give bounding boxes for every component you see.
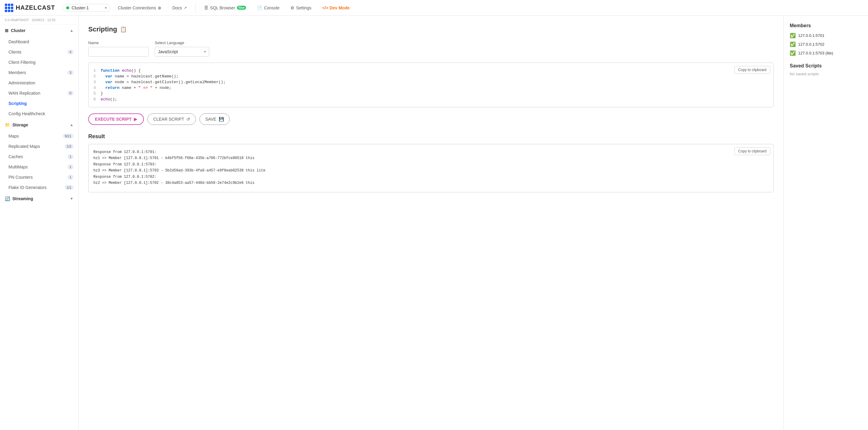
scripting-label: Scripting — [8, 101, 27, 106]
result-text: Response from 127.0.0.1:5701: hz1 => Mem… — [93, 149, 769, 186]
console-link[interactable]: 📄 Console — [253, 4, 283, 12]
code-line-4: 4 return name + " => " + node; — [89, 85, 773, 91]
docs-label: Docs — [172, 5, 182, 10]
config-healthcheck-label: Config Healthcheck — [8, 111, 45, 116]
docs-link[interactable]: Docs ↗ — [168, 4, 190, 12]
console-label: Console — [264, 5, 279, 10]
multimaps-badge: 1 — [67, 165, 73, 169]
caches-badge: 1 — [67, 154, 73, 159]
cluster-section-header[interactable]: ⊞ Cluster ▲ — [0, 25, 78, 36]
logo: HAZELCAST — [5, 4, 55, 12]
copy-code-button[interactable]: Copy to clipboard — [735, 66, 770, 74]
code-line-5: 5 } — [89, 91, 773, 96]
logo-grid-icon — [5, 4, 13, 12]
sql-browser-label: SQL Browser — [210, 5, 235, 10]
language-chevron-icon: ▾ — [204, 50, 206, 54]
storage-collapse-icon: ▲ — [70, 123, 73, 127]
code-line-2: 2 var name = hazelcast.getName(); — [89, 74, 773, 79]
settings-label: Settings — [296, 5, 312, 10]
main-layout: 5.0-SNAPSHOT · 10/09/21 · 12:52 ⊞ Cluste… — [0, 16, 868, 430]
cluster-status-dot — [66, 6, 69, 9]
code-editor[interactable]: Copy to clipboard 1 function echo() { 2 … — [88, 63, 774, 107]
member-item-3: ✅ 127.0.0.1:5703 (lite) — [790, 50, 862, 56]
dev-mode-link[interactable]: </> Dev Mode — [318, 4, 353, 12]
sidebar-item-scripting[interactable]: Scripting — [0, 98, 78, 109]
result-box: Copy to clipboard Response from 127.0.0.… — [88, 144, 774, 192]
sidebar-item-dashboard[interactable]: Dashboard — [0, 36, 78, 47]
language-select[interactable]: JavaScript ▾ — [155, 47, 209, 57]
sidebar-item-administration[interactable]: Administration — [0, 78, 78, 88]
version-info: 5.0-SNAPSHOT · 10/09/21 · 12:52 — [0, 16, 78, 25]
code-lines: 1 function echo() { 2 var name = hazelca… — [89, 63, 773, 107]
copy-result-button[interactable]: Copy to clipboard — [735, 147, 770, 155]
member-check-icon-1: ✅ — [790, 33, 796, 38]
streaming-section-icon: 🔄 — [5, 196, 10, 201]
page-title-text: Scripting — [88, 25, 117, 33]
saved-scripts-title: Saved Scripts — [790, 63, 862, 69]
action-buttons: EXECUTE SCRIPT ▶ CLEAR SCRIPT ↺ SAVE 💾 — [88, 113, 774, 125]
sidebar: 5.0-SNAPSHOT · 10/09/21 · 12:52 ⊞ Cluste… — [0, 16, 79, 430]
sidebar-item-multimaps[interactable]: MultiMaps 1 — [0, 162, 78, 172]
cluster-section-icon: ⊞ — [5, 28, 8, 33]
clear-script-button[interactable]: CLEAR SCRIPT ↺ — [148, 113, 196, 125]
select-language-label: Select Language — [155, 40, 209, 45]
cluster-connections-link[interactable]: Cluster Connections ⊕ — [114, 4, 165, 12]
execute-label: EXECUTE SCRIPT — [95, 117, 131, 121]
cluster-name: Cluster-1 — [72, 5, 102, 10]
save-button[interactable]: SAVE 💾 — [199, 113, 229, 125]
sidebar-item-clients[interactable]: Clients 4 — [0, 47, 78, 57]
replicated-maps-label: Replicated Maps — [8, 144, 40, 149]
cluster-selector[interactable]: Cluster-1 ▾ — [62, 4, 111, 12]
pn-counters-badge: 1 — [67, 175, 73, 180]
page-header: Scripting 📋 — [88, 25, 774, 33]
sidebar-item-wan-replication[interactable]: WAN Replication 0 — [0, 88, 78, 98]
execute-script-button[interactable]: EXECUTE SCRIPT ▶ — [88, 113, 144, 125]
form-row: Name Select Language JavaScript ▾ — [88, 40, 774, 57]
sidebar-item-client-filtering[interactable]: Client Filtering — [0, 57, 78, 67]
client-filtering-label: Client Filtering — [8, 60, 35, 65]
streaming-section-label: Streaming — [12, 196, 33, 201]
wan-replication-badge: 0 — [67, 91, 73, 95]
sidebar-item-replicated-maps[interactable]: Replicated Maps 1/2 — [0, 141, 78, 151]
external-link-icon: ↗ — [184, 6, 187, 10]
member-label-3: 127.0.0.1:5703 (lite) — [798, 51, 833, 55]
member-item-1: ✅ 127.0.0.1:5701 — [790, 33, 862, 38]
right-panel: Members ✅ 127.0.0.1:5701 ✅ 127.0.0.1:570… — [783, 16, 868, 430]
settings-link[interactable]: ⚙ Settings — [287, 4, 315, 12]
sql-browser-icon: 🗄 — [204, 5, 208, 10]
replicated-maps-badge: 1/2 — [65, 144, 73, 149]
name-label: Name — [88, 40, 149, 45]
clear-icon: ↺ — [186, 117, 190, 121]
streaming-section: 🔄 Streaming ▼ — [0, 193, 78, 205]
clients-badge: 4 — [67, 50, 73, 54]
sidebar-item-pn-counters[interactable]: PN Counters 1 — [0, 172, 78, 182]
sidebar-item-maps[interactable]: Maps 9/11 — [0, 131, 78, 141]
top-nav: HAZELCAST Cluster-1 ▾ Cluster Connection… — [0, 0, 868, 16]
logo-text: HAZELCAST — [16, 4, 55, 11]
members-label: Members — [8, 70, 26, 75]
sidebar-item-members[interactable]: Members 3 — [0, 67, 78, 78]
code-line-1: 1 function echo() { — [89, 68, 773, 74]
sidebar-item-config-healthcheck[interactable]: Config Healthcheck — [0, 109, 78, 119]
sql-browser-link[interactable]: 🗄 SQL Browser New — [200, 4, 250, 12]
storage-section-header[interactable]: 📁 Storage ▲ — [0, 119, 78, 131]
member-label-2: 127.0.0.1:5702 — [798, 42, 825, 47]
no-saved-scripts: No saved scripts — [790, 71, 862, 76]
streaming-section-header[interactable]: 🔄 Streaming ▼ — [0, 193, 78, 205]
name-input[interactable] — [88, 47, 149, 57]
clients-label: Clients — [8, 50, 22, 54]
cluster-connections-plus-icon: ⊕ — [158, 5, 161, 10]
pn-counters-label: PN Counters — [8, 175, 33, 180]
sidebar-item-flake-id-generators[interactable]: Flake ID Generators 1/1 — [0, 182, 78, 193]
flake-id-badge: 1/1 — [65, 185, 73, 190]
language-field-group: Select Language JavaScript ▾ — [155, 40, 209, 57]
page-title-icon: 📋 — [120, 26, 127, 33]
result-title: Result — [88, 133, 774, 140]
execute-icon: ▶ — [134, 117, 137, 121]
dev-mode-label: Dev Mode — [330, 5, 350, 10]
members-title: Members — [790, 23, 862, 28]
multimaps-label: MultiMaps — [8, 165, 28, 169]
cluster-section: ⊞ Cluster ▲ Dashboard Clients 4 Client F… — [0, 25, 78, 119]
sidebar-item-caches[interactable]: Caches 1 — [0, 151, 78, 162]
save-icon: 💾 — [219, 117, 224, 121]
